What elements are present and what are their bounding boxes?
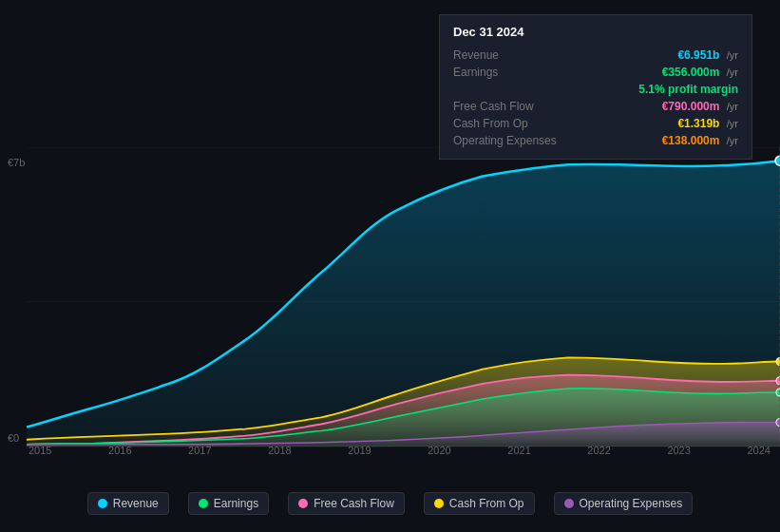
fcf-label: Free Cash Flow xyxy=(453,100,558,113)
chart-svg xyxy=(27,147,780,456)
tooltip-revenue-row: Revenue €6.951b /yr xyxy=(453,47,738,64)
tooltip-date: Dec 31 2024 xyxy=(453,25,738,39)
earnings-value: €356.000m xyxy=(662,66,720,79)
x-label-2020: 2020 xyxy=(428,445,450,456)
fcf-value: €790.000m xyxy=(662,100,720,113)
x-label-2023: 2023 xyxy=(667,445,690,456)
x-label-2024: 2024 xyxy=(747,445,770,456)
svg-point-6 xyxy=(776,389,780,396)
legend-dot-cashop xyxy=(434,499,444,508)
opex-value: €138.000m xyxy=(662,134,720,147)
revenue-unit: /yr xyxy=(727,49,738,61)
x-label-2018: 2018 xyxy=(268,445,291,456)
tooltip-box: Dec 31 2024 Revenue €6.951b /yr Earnings… xyxy=(439,14,752,160)
svg-point-4 xyxy=(776,357,780,365)
fcf-unit: /yr xyxy=(727,101,738,112)
y-label-bottom: €0 xyxy=(8,432,19,444)
legend-label-revenue: Revenue xyxy=(113,497,159,510)
legend-earnings[interactable]: Earnings xyxy=(188,492,269,515)
x-label-2015: 2015 xyxy=(29,445,51,456)
y-label-top: €7b xyxy=(8,157,25,168)
svg-point-3 xyxy=(775,156,780,165)
x-axis: 2015 2016 2017 2018 2019 2020 2021 2022 … xyxy=(29,445,780,456)
svg-point-5 xyxy=(776,377,780,385)
legend-label-opex: Operating Expenses xyxy=(580,497,683,510)
legend-dot-opex xyxy=(564,499,574,508)
tooltip-cashop-row: Cash From Op €1.319b /yr xyxy=(453,115,738,132)
x-label-2022: 2022 xyxy=(587,445,610,456)
cashop-label: Cash From Op xyxy=(453,117,558,130)
legend-label-earnings: Earnings xyxy=(214,497,258,510)
revenue-value: €6.951b xyxy=(677,48,719,62)
cashop-value: €1.319b xyxy=(677,117,719,130)
tooltip-fcf-row: Free Cash Flow €790.000m /yr xyxy=(453,98,738,115)
chart-container: Dec 31 2024 Revenue €6.951b /yr Earnings… xyxy=(0,0,780,532)
earnings-label: Earnings xyxy=(453,66,558,79)
chart-legend: Revenue Earnings Free Cash Flow Cash Fro… xyxy=(0,492,780,515)
cashop-unit: /yr xyxy=(727,118,738,129)
x-label-2021: 2021 xyxy=(507,445,530,456)
x-label-2017: 2017 xyxy=(188,445,211,456)
legend-fcf[interactable]: Free Cash Flow xyxy=(288,492,405,515)
legend-opex[interactable]: Operating Expenses xyxy=(554,492,694,515)
revenue-label: Revenue xyxy=(453,48,558,62)
legend-label-fcf: Free Cash Flow xyxy=(314,497,394,510)
tooltip-earnings-row: Earnings €356.000m /yr xyxy=(453,64,738,81)
opex-unit: /yr xyxy=(727,135,738,146)
legend-label-cashop: Cash From Op xyxy=(449,497,524,510)
tooltip-opex-row: Operating Expenses €138.000m /yr xyxy=(453,132,738,149)
x-label-2019: 2019 xyxy=(348,445,371,456)
legend-cashop[interactable]: Cash From Op xyxy=(424,492,535,515)
legend-dot-fcf xyxy=(298,499,308,508)
earnings-unit: /yr xyxy=(727,66,738,78)
legend-revenue[interactable]: Revenue xyxy=(87,492,169,515)
tooltip-profit-margin-row: 5.1% profit margin xyxy=(453,81,738,98)
legend-dot-earnings xyxy=(199,499,208,508)
svg-point-7 xyxy=(776,418,780,426)
profit-margin-value: 5.1% profit margin xyxy=(638,83,738,96)
x-label-2016: 2016 xyxy=(108,445,131,456)
legend-dot-revenue xyxy=(98,499,107,508)
opex-label: Operating Expenses xyxy=(453,134,558,147)
